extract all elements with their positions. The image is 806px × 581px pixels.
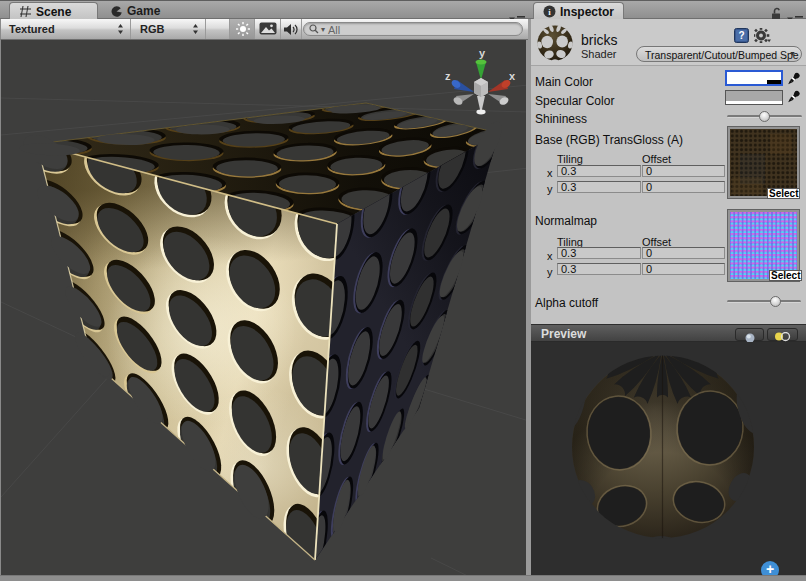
svg-text:y: y [479, 47, 486, 59]
svg-text:z: z [445, 70, 451, 82]
svg-text:?: ? [738, 30, 744, 41]
svg-text:x: x [509, 70, 516, 82]
